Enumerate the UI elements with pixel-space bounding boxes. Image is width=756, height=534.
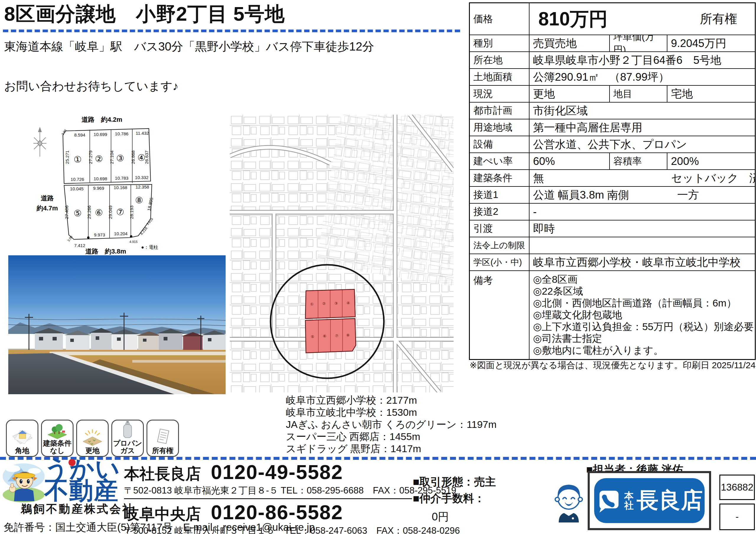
remarks-item: ◎上下水道引込負担金：55万円（税込）別途必要 [533,321,755,332]
row-value: 公営水道、公共下水、プロパン [529,136,755,153]
distance-item: スーパー三心 西郷店：1455m [286,431,497,443]
row-value: - [529,204,755,220]
lot-plan-diagram: 道路 約4.2m 道路 約4.7m 道路 約3.8m ●：電柱 ① ② ③ ④ … [30,112,176,259]
remarks-label: 備考 [470,271,529,359]
distance-item: 岐阜市立西郷小学校：2177m [286,394,497,406]
page-title: 8区画分譲地 小野2丁目 5号地 [4,1,285,27]
row-label: 種別 [470,35,529,51]
svg-text:27.279: 27.279 [88,151,93,164]
row-value [529,237,755,254]
vacant-land-icon [82,429,103,446]
row-label2: 地目 [609,86,667,102]
utility-pole-dot [87,237,90,239]
remarks-item: ◎22条区域 [533,285,755,297]
svg-text:⑦: ⑦ [335,334,338,338]
compass-icon [33,128,46,156]
svg-text:10.786: 10.786 [115,131,128,136]
row-value2: 宅地 [667,86,755,102]
plan-measurements: 8.594 10.699 10.786 11.432 3.00 25.271 2… [61,128,154,248]
distance-item: スギドラッグ 黒野店：1417m [286,443,497,455]
logo-accent-dot [68,459,76,466]
mascot-logo [2,461,45,502]
row-value: 岐阜市立西郷小学校・岐阜市立岐北中学校 [529,254,755,270]
lot-number: ⑧ [135,195,143,205]
svg-text:⑥: ⑥ [323,334,326,338]
deed-document-icon [152,428,173,446]
svg-text:11.432: 11.432 [136,131,149,136]
lot-number: ⑤ [74,208,82,218]
svg-text:④: ④ [346,301,350,305]
area-map: ① ② ③ ④ ⑤ ⑥ ⑦ ⑧ [230,115,454,392]
row-label: 所在地 [470,52,529,68]
distance-item: JAぎふ おんさい朝市 くろのグリーン：1197m [286,418,497,431]
svg-text:29.266: 29.266 [87,205,92,219]
ownership-label: 所有権 [700,11,737,27]
svg-text:3.619: 3.619 [146,217,153,226]
shop1-address: 〒502-0813 岐阜市福光東２丁目８-５ TEL：058-295-6688 … [124,484,415,497]
row-value: 更地 [529,86,609,102]
road-top-label: 道路 約4.2m [82,116,122,123]
store-badge: 本 社 長良店 [588,471,711,530]
lot-number: ⑥ [95,208,103,217]
svg-text:7.412: 7.412 [74,243,85,248]
badge-ownership: 所有権 [147,420,179,457]
row-value: 無 [533,171,544,185]
shop1-name: 本社長良店 [124,464,201,484]
row-label: 引渡 [470,220,529,237]
svg-text:29.049: 29.049 [108,205,113,219]
deal-type: ■取引形態：売主 [413,475,496,490]
access-line: 東海道本線「岐阜」駅 バス30分「黒野小学校」バス停下車徒歩12分 [4,39,374,55]
property-code: 136882 [719,475,755,500]
svg-text:10.204: 10.204 [114,231,127,236]
remarks-item: ◎北側・西側地区計画道路（計画幅員：6m） [533,297,755,309]
phone-icon [596,488,621,513]
corner-lot-icon [12,428,33,446]
badge-no-building-conditions: 建築条件 なし [41,420,73,457]
remarks-item: ◎司法書士指定 [533,332,755,344]
row-value: 公簿290.91㎡ [533,70,599,85]
remarks-item: ◎敷地内に電柱が入ります。 [533,344,755,356]
row-value: 即時 [529,220,755,237]
brokerage-fee-label: ■仲介手数料： [413,491,485,506]
svg-text:4.915: 4.915 [129,240,138,243]
remarks-item: ◎全8区画 [533,273,755,285]
row-value: 市街化区域 [529,102,755,119]
flyer-sheet: 8区画分譲地 小野2丁目 5号地 東海道本線「岐阜」駅 バス30分「黒野小学校」… [0,0,756,534]
row-label: 用途地域 [470,119,529,136]
property-code-2: - [719,504,755,530]
svg-text:12.358: 12.358 [136,184,149,189]
property-table: 価格 810万円 所有権 種別 売買売地 坪単価(万円) 9.2045万円 所在… [469,2,756,360]
company-name: 鵜飼不動産株式会社 [21,501,135,517]
pole-legend: ●：電柱 [141,245,158,250]
row-label2: 坪単価(万円) [609,35,667,51]
agent-face-icon [550,481,588,522]
badge-propane-gas: プロパンガス [111,420,144,457]
svg-text:28.193: 28.193 [129,205,134,219]
contact-message: お問い合わせお待ちしています♪ [4,78,178,94]
row-label: 建築条件 [470,170,529,186]
svg-text:3.00: 3.00 [67,235,73,242]
road-left-label-2: 約4.7m [36,205,58,212]
row-value2: 200% [667,153,755,169]
lot-number: ③ [116,154,124,163]
road-bottom-label: 道路 約3.8m [85,248,126,255]
svg-text:26.868: 26.868 [130,151,136,164]
lot-number: ① [74,155,82,164]
row-label: 接道1 [470,187,529,203]
svg-text:③: ③ [334,301,338,306]
svg-text:27.104: 27.104 [109,151,114,164]
highlighted-lots: ① ② ③ ④ ⑤ ⑥ ⑦ ⑧ [305,289,356,353]
svg-text:9.969: 9.969 [93,185,104,191]
badge-vacant-land: 更地 [76,420,109,457]
badge-corner-lot: 角地 [6,420,39,457]
svg-text:10.698: 10.698 [94,176,107,181]
lot-number: ② [95,154,103,164]
row-value: 岐阜県岐阜市小野２丁目64番6 5号地 [529,52,755,68]
row-label: 都市計画 [470,102,529,119]
svg-text:26.637: 26.637 [144,151,149,164]
feature-badges: 角地 建築条件 なし [6,420,179,457]
svg-text:8.218: 8.218 [139,226,148,236]
svg-text:⑤: ⑤ [311,334,314,339]
store-badge-inner: 本 社 長良店 [594,478,705,523]
svg-text:10.726: 10.726 [70,177,84,182]
